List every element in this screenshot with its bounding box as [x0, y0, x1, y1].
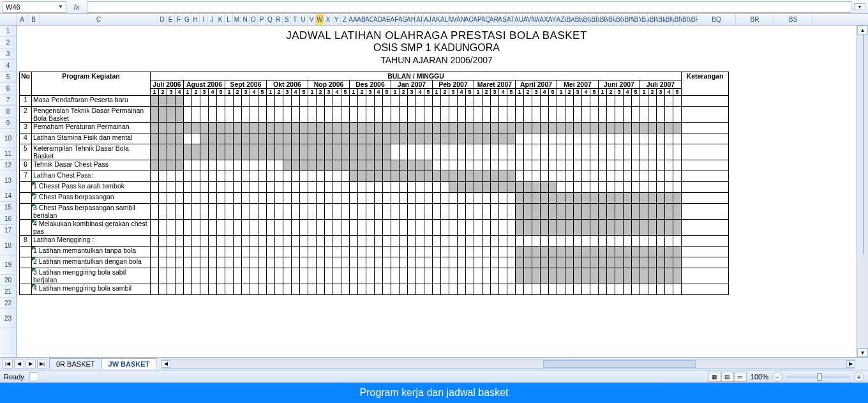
cell-week[interactable] [640, 236, 648, 247]
cell-week[interactable] [209, 220, 217, 236]
cell-week[interactable] [640, 144, 648, 160]
cell-week[interactable] [283, 247, 292, 257]
cell-week[interactable] [383, 107, 391, 123]
cell-week[interactable] [433, 144, 441, 160]
cell-week[interactable] [458, 182, 466, 193]
cell-week[interactable] [308, 247, 317, 257]
cell-week[interactable] [184, 236, 192, 247]
col-header-overflow[interactable]: ABG [615, 14, 623, 25]
cell-week[interactable] [574, 144, 582, 160]
cell-week[interactable] [590, 160, 599, 171]
cell-week[interactable] [557, 171, 565, 182]
cell-week[interactable] [167, 107, 176, 123]
cell-week[interactable] [516, 247, 524, 257]
cell-week[interactable] [590, 107, 599, 123]
cell-week[interactable] [599, 257, 607, 268]
cell-week[interactable] [582, 204, 590, 220]
cell-week[interactable] [648, 182, 657, 193]
cell-week[interactable] [607, 220, 615, 236]
col-header-overflow[interactable]: ABD [590, 14, 598, 25]
cell-week[interactable] [491, 284, 499, 295]
cell-week[interactable] [258, 247, 267, 257]
cell-week[interactable] [574, 133, 582, 144]
col-header-overflow[interactable]: ABO [681, 14, 689, 25]
cell-week[interactable] [524, 193, 532, 204]
cell-week[interactable] [258, 268, 267, 284]
cell-week[interactable] [474, 220, 483, 236]
cell-week[interactable] [532, 171, 541, 182]
cell-week[interactable] [524, 268, 532, 284]
row-header-21[interactable]: 21 [0, 286, 16, 298]
cell-week[interactable] [391, 144, 400, 160]
cell-week[interactable] [225, 171, 234, 182]
cell-week[interactable] [599, 171, 607, 182]
cell-week[interactable] [416, 182, 424, 193]
cell-week[interactable] [424, 160, 433, 171]
cell-week[interactable] [151, 123, 159, 133]
col-header-overflow[interactable]: AW [532, 14, 540, 25]
cell-week[interactable] [184, 171, 192, 182]
cell-week[interactable] [565, 236, 574, 247]
cell-week[interactable] [358, 160, 366, 171]
cell-week[interactable] [341, 160, 350, 171]
cell-week[interactable] [673, 123, 682, 133]
cell-week[interactable] [184, 247, 192, 257]
cell-week[interactable] [433, 220, 441, 236]
cell-week[interactable] [400, 144, 408, 160]
cell-week[interactable] [234, 182, 242, 193]
cell-week[interactable] [375, 220, 383, 236]
cell-week[interactable] [499, 107, 507, 123]
cell-week[interactable] [524, 144, 532, 160]
col-header-overflow[interactable]: AG [399, 14, 407, 25]
cell-week[interactable] [400, 96, 408, 107]
cell-week[interactable] [400, 160, 408, 171]
cell-week[interactable] [458, 247, 466, 257]
cell-week[interactable] [225, 220, 234, 236]
cell-week[interactable] [458, 171, 466, 182]
cell-week[interactable] [449, 284, 458, 295]
cell-week[interactable] [308, 193, 317, 204]
col-header-B[interactable]: B [28, 14, 40, 25]
cell-week[interactable] [632, 182, 640, 193]
cell-week[interactable] [590, 247, 599, 257]
cell-week[interactable] [433, 193, 441, 204]
cell-week[interactable] [200, 284, 209, 295]
cell-week[interactable] [267, 144, 275, 160]
cell-week[interactable] [275, 144, 283, 160]
cell-week[interactable] [366, 236, 375, 247]
col-header-S[interactable]: S [283, 14, 291, 25]
cell-week[interactable] [541, 193, 549, 204]
cell-week[interactable] [317, 182, 325, 193]
cell-week[interactable] [151, 220, 159, 236]
cell-week[interactable] [582, 257, 590, 268]
cell-week[interactable] [209, 171, 217, 182]
col-header-overflow[interactable]: ABN [673, 14, 681, 25]
cell-week[interactable] [225, 160, 234, 171]
cell-week[interactable] [524, 160, 532, 171]
col-header-overflow[interactable]: ABI [631, 14, 640, 25]
cell-week[interactable] [192, 171, 200, 182]
cell-week[interactable] [599, 144, 607, 160]
row-header-12[interactable]: 12 [0, 160, 16, 171]
scroll-up-icon[interactable]: ▲ [857, 26, 868, 34]
cell-week[interactable] [400, 220, 408, 236]
cell-week[interactable] [590, 171, 599, 182]
cell-week[interactable] [200, 268, 209, 284]
cell-week[interactable] [449, 160, 458, 171]
cell-week[interactable] [466, 123, 474, 133]
col-header-L[interactable]: L [225, 14, 233, 25]
cell-week[interactable] [234, 107, 242, 123]
cell-week[interactable] [350, 96, 358, 107]
cell-week[interactable] [474, 133, 483, 144]
tab-nav-next-icon[interactable]: ▶ [26, 360, 36, 369]
cell-week[interactable] [474, 144, 483, 160]
cell-week[interactable] [176, 96, 184, 107]
cell-week[interactable] [151, 96, 159, 107]
cell-week[interactable] [565, 123, 574, 133]
cell-week[interactable] [549, 96, 557, 107]
col-header-overflow[interactable]: ABB [573, 14, 581, 25]
cell-week[interactable] [648, 236, 657, 247]
cell-week[interactable] [557, 123, 565, 133]
cell-week[interactable] [151, 193, 159, 204]
scrollbar-thumb[interactable] [863, 34, 864, 254]
